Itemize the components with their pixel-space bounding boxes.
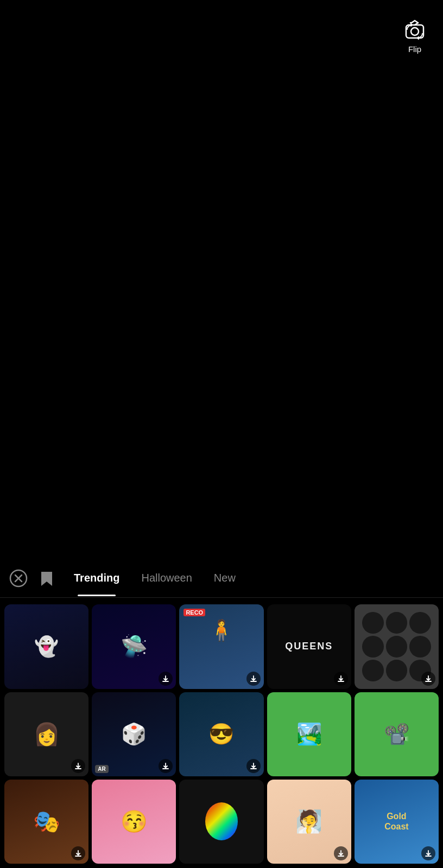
ufo-emoji: 🛸	[121, 634, 148, 659]
goldcoast-text: GoldCoast	[384, 811, 408, 832]
filter-ar-cube[interactable]: 🎲 AR	[92, 692, 176, 776]
filter-queens[interactable]: QUEENS	[267, 604, 351, 688]
filter-pink-mask[interactable]: 😚	[92, 780, 176, 864]
tab-halloween-label: Halloween	[141, 572, 192, 584]
filter-reco[interactable]: RECO 🧍	[179, 604, 263, 688]
svg-point-1	[411, 28, 419, 35]
reco-figure: 🧍	[208, 618, 234, 642]
download-badge-goldcoast	[421, 846, 435, 860]
bottom-panel: Trending Halloween New 👻 🛸	[0, 559, 443, 868]
pink-visual: 😚	[92, 780, 176, 864]
download-badge-anime	[334, 846, 348, 860]
filter-mask1[interactable]: 🎭	[4, 780, 88, 864]
download-icon	[162, 762, 169, 770]
download-icon	[74, 850, 82, 857]
tab-halloween[interactable]: Halloween	[132, 567, 200, 589]
filter-ufo[interactable]: 🛸	[92, 604, 176, 688]
flip-camera-icon	[402, 17, 428, 43]
tab-trending[interactable]: Trending	[65, 567, 128, 589]
filter-woman[interactable]: 👩	[4, 692, 88, 776]
filter-green-video[interactable]: 📽️	[355, 692, 439, 776]
download-badge-ufo	[159, 672, 173, 686]
download-icon	[337, 850, 345, 857]
filter-tab-bar: Trending Halloween New	[0, 559, 443, 598]
reco-label: RECO	[183, 609, 205, 616]
filter-grid: 👻 🛸 RECO 🧍	[0, 598, 443, 868]
queens-text: QUEENS	[285, 641, 333, 652]
flip-label: Flip	[408, 44, 421, 54]
tab-trending-label: Trending	[74, 572, 119, 584]
saved-filters-button[interactable]	[35, 566, 59, 590]
rainbow-orb	[205, 802, 238, 840]
filter-anime[interactable]: 🧖	[267, 780, 351, 864]
download-icon	[337, 675, 345, 682]
download-icon	[425, 850, 432, 857]
bookmark-icon	[38, 570, 55, 587]
flip-camera-button[interactable]: Flip	[402, 17, 428, 54]
ar-badge: AR	[95, 765, 108, 773]
download-badge-mask1	[71, 846, 85, 860]
download-icon	[162, 675, 169, 682]
filter-rainbow[interactable]	[179, 780, 263, 864]
cancel-circle-icon	[9, 569, 28, 588]
rainbow-visual	[179, 780, 263, 864]
cancel-filter-button[interactable]	[7, 566, 30, 590]
download-icon	[250, 675, 257, 682]
download-badge-dots	[421, 672, 435, 686]
tab-new[interactable]: New	[205, 567, 244, 589]
download-badge-woman	[71, 759, 85, 773]
filter-goldcoast[interactable]: GoldCoast	[355, 780, 439, 864]
green-landscape-visual: 🏞️	[267, 692, 351, 776]
tab-new-label: New	[214, 572, 236, 584]
filter-ghost[interactable]: 👻	[4, 604, 88, 688]
download-badge-ar	[159, 759, 173, 773]
ghost-emoji: 👻	[34, 635, 59, 658]
download-badge-reco	[246, 672, 261, 686]
filter-glitch[interactable]: 😎	[179, 692, 263, 776]
download-badge-queens	[334, 672, 348, 686]
green-video-visual: 📽️	[355, 692, 439, 776]
filter-green-landscape[interactable]: 🏞️	[267, 692, 351, 776]
download-icon	[250, 762, 257, 770]
download-icon	[425, 675, 432, 682]
download-icon	[74, 762, 82, 770]
download-badge-glitch	[246, 759, 261, 773]
filter-dots[interactable]	[355, 604, 439, 688]
